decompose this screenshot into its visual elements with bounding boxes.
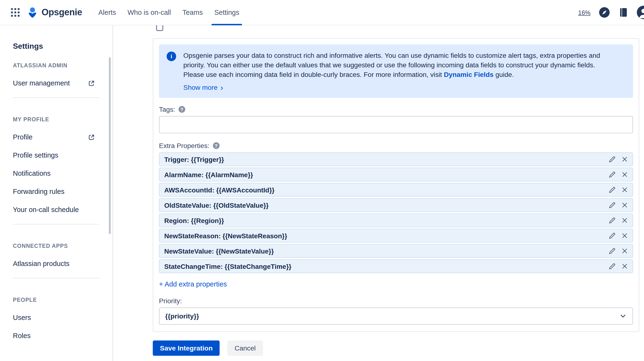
extra-property-row: AWSAccountId: {{AWSAccountId}} [159, 183, 633, 197]
delete-icon[interactable] [622, 217, 628, 224]
sidebar-item-profile-settings[interactable]: Profile settings [13, 151, 95, 159]
info-banner-text-after: guide. [494, 71, 514, 78]
external-link-icon [88, 134, 95, 141]
delete-icon[interactable] [622, 187, 628, 193]
info-icon: i [166, 52, 176, 61]
main-content: i Opsgenie parses your data to construct… [113, 25, 644, 361]
tags-label: Tags: [159, 106, 175, 113]
priority-select-value: {{priority}} [165, 312, 199, 320]
user-avatar[interactable] [637, 6, 644, 19]
add-extra-properties-link[interactable]: + Add extra properties [159, 280, 227, 288]
chevron-right-icon: › [220, 83, 223, 92]
sidebar-item-label: Roles [13, 332, 30, 340]
sidebar-item-forwarding-rules[interactable]: Forwarding rules [13, 188, 95, 195]
sidebar-item-label: Users [13, 314, 31, 321]
opsgenie-brand[interactable]: Opsgenie [27, 7, 82, 18]
extra-properties-list: Trigger: {{Trigger}} AlarmName: {{AlarmN… [159, 152, 633, 273]
sidebar-item-users[interactable]: Users [13, 314, 95, 321]
nav-link-teams[interactable]: Teams [177, 0, 208, 25]
edit-icon[interactable] [609, 156, 616, 163]
extra-property-row: NewStateReason: {{NewStateReason}} [159, 229, 633, 242]
checkbox[interactable] [156, 25, 163, 31]
help-icon[interactable]: ? [213, 142, 219, 149]
navbar-right: 16% [578, 6, 644, 19]
edit-icon[interactable] [609, 263, 616, 270]
sidebar-item-label: User management [13, 79, 70, 87]
sidebar-item-your-on-call-schedule[interactable]: Your on-call schedule [13, 206, 95, 214]
extra-property-value: Region: {{Region}} [164, 216, 224, 224]
sidebar-section-heading-people: PEOPLE [13, 297, 112, 303]
priority-select[interactable]: {{priority}} [159, 308, 633, 325]
sidebar-section-heading-atlassian-admin: ATLASSIAN ADMIN [13, 62, 112, 68]
discover-compass-icon[interactable] [599, 7, 610, 18]
edit-icon[interactable] [609, 247, 616, 254]
info-banner-text: Opsgenie parses your data to construct r… [183, 52, 600, 78]
extra-properties-label: Extra Properties: [159, 142, 209, 150]
sidebar-item-profile[interactable]: Profile [13, 133, 95, 141]
nav-link-who-is-on-call[interactable]: Who is on-call [122, 0, 177, 25]
settings-sidebar: Settings ATLASSIAN ADMIN User management… [0, 25, 113, 361]
edit-icon[interactable] [609, 232, 616, 239]
nav-link-settings[interactable]: Settings [208, 0, 245, 25]
delete-icon[interactable] [622, 263, 628, 269]
external-link-icon [88, 80, 95, 87]
app-switcher-icon[interactable] [10, 8, 20, 17]
edit-icon[interactable] [609, 202, 616, 209]
nav-link-alerts[interactable]: Alerts [92, 0, 122, 25]
chevron-down-icon [619, 312, 627, 320]
sidebar-section-heading-connected-apps: CONNECTED APPS [13, 243, 112, 249]
dynamic-fields-link[interactable]: Dynamic Fields [444, 71, 494, 78]
sidebar-item-user-management[interactable]: User management [13, 79, 95, 87]
sidebar-item-label: Atlassian products [13, 260, 70, 268]
integration-card: i Opsgenie parses your data to construct… [153, 38, 639, 332]
sidebar-divider [13, 98, 99, 98]
sidebar-item-label: Forwarding rules [13, 188, 64, 195]
page-body: Settings ATLASSIAN ADMIN User management… [0, 25, 644, 361]
delete-icon[interactable] [622, 202, 628, 208]
primary-nav: Alerts Who is on-call Teams Settings [92, 0, 245, 25]
delete-icon[interactable] [622, 232, 628, 239]
info-banner: i Opsgenie parses your data to construct… [159, 44, 633, 98]
sidebar-scrollbar[interactable] [109, 57, 111, 234]
extra-property-value: OldStateValue: {{OldStateValue}} [164, 201, 268, 209]
extra-property-value: NewStateValue: {{NewStateValue}} [164, 247, 274, 255]
priority-label-row: Priority: [159, 297, 633, 305]
info-banner-body: Opsgenie parses your data to construct r… [183, 50, 626, 92]
edit-icon[interactable] [609, 217, 616, 224]
sidebar-item-label: Your on-call schedule [13, 206, 79, 214]
delete-icon[interactable] [622, 172, 628, 178]
sidebar-divider [13, 224, 99, 224]
help-icon[interactable]: ? [178, 106, 185, 113]
sidebar-item-atlassian-products[interactable]: Atlassian products [13, 260, 95, 268]
usage-percent-link[interactable]: 16% [578, 9, 590, 16]
delete-icon[interactable] [622, 156, 628, 162]
tags-input[interactable] [159, 116, 633, 133]
opsgenie-app: Opsgenie Alerts Who is on-call Teams Set… [0, 0, 644, 361]
sidebar-section-heading-my-profile: MY PROFILE [13, 116, 112, 122]
extra-property-row: Region: {{Region}} [159, 214, 633, 227]
edit-icon[interactable] [609, 186, 616, 194]
extra-property-row: OldStateValue: {{OldStateValue}} [159, 198, 633, 212]
extra-property-value: AWSAccountId: {{AWSAccountId}} [164, 186, 274, 194]
form-actions: Save Integration Cancel [153, 340, 639, 356]
brand-name: Opsgenie [42, 7, 82, 18]
extra-property-row: NewStateValue: {{NewStateValue}} [159, 244, 633, 258]
show-more-label: Show more [183, 82, 218, 92]
show-more-link[interactable]: Show more › [183, 82, 617, 92]
extra-property-row: AlarmName: {{AlarmName}} [159, 168, 633, 182]
edit-icon[interactable] [609, 171, 616, 178]
documentation-book-icon[interactable] [618, 7, 629, 18]
sidebar-title: Settings [13, 42, 112, 50]
sidebar-item-label: Profile [13, 133, 32, 141]
extra-properties-label-row: Extra Properties: ? [159, 142, 633, 150]
extra-property-value: AlarmName: {{AlarmName}} [164, 171, 253, 178]
sidebar-item-notifications[interactable]: Notifications [13, 170, 95, 177]
cancel-button[interactable]: Cancel [228, 340, 263, 356]
opsgenie-logo-icon [27, 7, 38, 18]
sidebar-item-label: Profile settings [13, 151, 58, 159]
tags-label-row: Tags: ? [159, 106, 633, 113]
sidebar-item-label: Notifications [13, 170, 50, 177]
sidebar-item-roles[interactable]: Roles [13, 332, 95, 340]
save-integration-button[interactable]: Save Integration [153, 340, 220, 356]
delete-icon[interactable] [622, 248, 628, 254]
